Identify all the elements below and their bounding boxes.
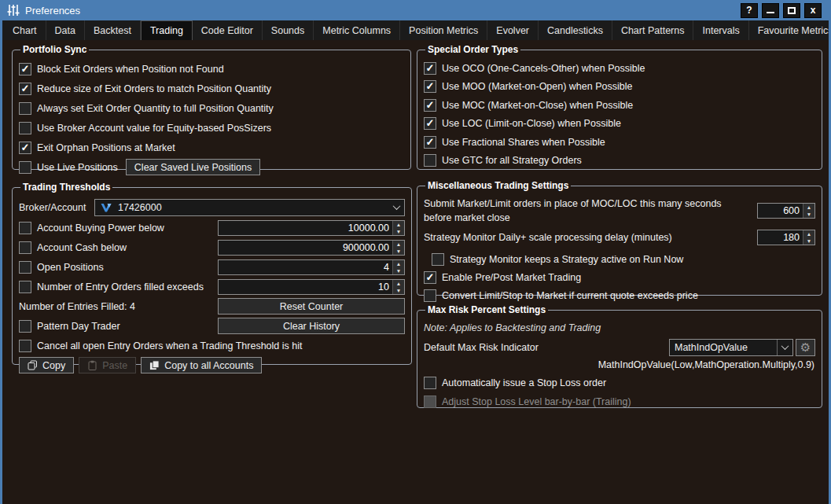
- checkbox[interactable]: [19, 122, 31, 134]
- checkbox[interactable]: ✓: [424, 80, 436, 93]
- check-row-loc[interactable]: ✓ Use LOC (Limit-on-Close) when Possible: [424, 115, 815, 134]
- checkbox[interactable]: [19, 241, 31, 254]
- checkbox[interactable]: [19, 261, 31, 274]
- portfolio-sync-group: Portfolio Sync ✓ Block Exit Orders when …: [12, 44, 411, 170]
- tab-sounds[interactable]: Sounds: [263, 20, 314, 40]
- check-row-oco[interactable]: ✓ Use OCO (One-Cancels-Other) when Possi…: [424, 59, 815, 78]
- tab-chart[interactable]: Chart: [4, 20, 46, 40]
- special-order-types-group: Special Order Types ✓ Use OCO (One-Cance…: [417, 44, 822, 170]
- check-row-convert-limit-stop[interactable]: Convert Limit/Stop to Market if current …: [424, 286, 815, 304]
- spin-up-button[interactable]: ▲: [393, 241, 404, 248]
- processing-delay-input[interactable]: [758, 230, 803, 245]
- tab-favourite-metrics[interactable]: Favourite Metrics: [749, 20, 831, 40]
- tab-intervals[interactable]: Intervals: [693, 20, 748, 40]
- checkbox[interactable]: [424, 377, 436, 389]
- check-row-moo[interactable]: ✓ Use MOO (Market-on-Open) when Possible: [424, 78, 815, 97]
- spin-up-button[interactable]: ▲: [393, 221, 404, 228]
- copy-to-all-accounts-button[interactable]: Copy to all Accounts: [141, 357, 262, 373]
- spin-up-button[interactable]: ▲: [803, 230, 814, 237]
- chevron-down-button[interactable]: [777, 340, 792, 355]
- close-button[interactable]: x: [804, 3, 822, 18]
- tab-candlesticks[interactable]: Candlesticks: [539, 20, 612, 40]
- processing-delay-spinner: ▲▼: [757, 230, 815, 245]
- tab-chart-patterns[interactable]: Chart Patterns: [612, 20, 694, 40]
- check-row-gtc[interactable]: Use GTC for all Strategy Orders: [424, 152, 815, 171]
- checkbox[interactable]: ✓: [424, 117, 436, 130]
- check-row-use-live-positions[interactable]: Use Live Positions Clear Saved Live Posi…: [19, 157, 404, 177]
- entries-filled-text: Number of Entries Filled: 4: [19, 301, 135, 312]
- buying-power-spinner: ▲▼: [218, 220, 405, 236]
- entry-orders-input[interactable]: [219, 280, 392, 294]
- checkbox[interactable]: [19, 102, 31, 115]
- titlebar: Preferences ? x: [0, 0, 831, 20]
- tab-metric-columns[interactable]: Metric Columns: [314, 20, 400, 40]
- checkbox[interactable]: [19, 222, 31, 234]
- spin-down-button[interactable]: ▼: [393, 248, 404, 255]
- broker-account-select[interactable]: 17426000: [94, 199, 405, 216]
- spin-down-button[interactable]: ▼: [393, 287, 404, 294]
- checkbox[interactable]: ✓: [19, 63, 31, 75]
- clear-saved-live-positions-button[interactable]: Clear Saved Live Positions: [126, 159, 260, 175]
- tab-evolver[interactable]: Evolver: [487, 20, 539, 40]
- check-row-auto-stop-loss[interactable]: Automatically issue a Stop Loss order: [424, 373, 815, 392]
- checkbox[interactable]: ✓: [424, 62, 436, 75]
- tab-backtest[interactable]: Backtest: [85, 20, 141, 40]
- spin-up-button[interactable]: ▲: [803, 204, 814, 211]
- checkbox[interactable]: ✓: [424, 271, 436, 284]
- spin-down-button[interactable]: ▼: [393, 267, 404, 274]
- checkbox[interactable]: [432, 253, 444, 266]
- cancel-all-entry-orders-row[interactable]: Cancel all open Entry Orders when a Trad…: [19, 336, 405, 355]
- minimize-button[interactable]: [762, 3, 779, 18]
- checkbox[interactable]: ✓: [19, 142, 31, 154]
- threshold-row-open-positions: Open Positions ▲▼: [19, 257, 405, 277]
- cash-input[interactable]: [219, 241, 392, 255]
- processing-delay-row: Strategy Monitor Daily+ scale processing…: [424, 230, 815, 245]
- checkbox[interactable]: ✓: [424, 99, 436, 112]
- clear-history-button[interactable]: Clear History: [218, 318, 405, 334]
- checkbox[interactable]: [19, 320, 31, 333]
- copy-all-icon: [149, 360, 160, 370]
- spin-down-button[interactable]: ▼: [393, 228, 404, 235]
- check-row-reduce-exit-size[interactable]: ✓ Reduce size of Exit Orders to match Po…: [19, 79, 404, 98]
- checkbox[interactable]: [424, 395, 436, 408]
- reset-counter-button[interactable]: Reset Counter: [218, 298, 405, 315]
- spin-up-button[interactable]: ▲: [393, 260, 404, 267]
- check-row-strategy-monitor-active[interactable]: Strategy Monitor keeps a Strategy active…: [424, 250, 815, 268]
- spin-down-button[interactable]: ▼: [803, 237, 814, 245]
- checkbox[interactable]: [19, 340, 31, 352]
- check-row-broker-account-value[interactable]: Use Broker Account value for Equity-base…: [19, 118, 404, 138]
- help-button[interactable]: ?: [741, 3, 758, 18]
- group-title: Miscellaneous Trading Settings: [425, 180, 571, 191]
- minimize-icon: [767, 12, 774, 13]
- check-row-fractional-shares[interactable]: ✓ Use Fractional Shares when Possible: [424, 133, 815, 152]
- tab-position-metrics[interactable]: Position Metrics: [400, 20, 487, 40]
- tab-trading[interactable]: Trading: [141, 20, 193, 40]
- moc-loc-seconds-row: Submit Market/Limit orders in place of M…: [424, 197, 815, 225]
- tab-data[interactable]: Data: [46, 20, 85, 40]
- checkbox[interactable]: [424, 154, 436, 167]
- checkbox[interactable]: ✓: [424, 136, 436, 149]
- spin-up-button[interactable]: ▲: [393, 280, 404, 287]
- check-row-trailing-stop-loss[interactable]: Adjust Stop Loss Level bar-by-bar (Trail…: [424, 392, 815, 411]
- checkbox[interactable]: [19, 281, 31, 293]
- check-row-full-position-quantity[interactable]: Always set Exit Order Quantity to full P…: [19, 98, 404, 118]
- open-positions-input[interactable]: [219, 260, 392, 274]
- check-row-block-exit-orders[interactable]: ✓ Block Exit Orders when Position not Fo…: [19, 59, 404, 79]
- check-row-pre-post-market[interactable]: ✓ Enable Pre/Post Market Trading: [424, 268, 815, 286]
- copy-button[interactable]: Copy: [19, 357, 74, 373]
- moc-loc-seconds-input[interactable]: [758, 204, 803, 218]
- check-row-moc[interactable]: ✓ Use MOC (Market-on-Close) when Possibl…: [424, 96, 815, 115]
- spin-down-button[interactable]: ▼: [803, 211, 814, 218]
- check-row-exit-orphan-positions[interactable]: ✓ Exit Orphan Positions at Market: [19, 138, 404, 157]
- checkbox[interactable]: [424, 289, 436, 302]
- max-risk-indicator-select[interactable]: MathIndOpValue: [669, 339, 793, 356]
- indicator-settings-button[interactable]: ⚙: [796, 339, 815, 356]
- max-risk-percent-group: Max Risk Percent Settings Note: Applies …: [417, 304, 822, 408]
- entry-orders-spinner: ▲▼: [218, 279, 405, 295]
- buying-power-input[interactable]: [219, 221, 392, 235]
- maximize-button[interactable]: [783, 3, 800, 18]
- paste-button[interactable]: Paste: [79, 357, 136, 373]
- tab-code-editor[interactable]: Code Editor: [193, 20, 263, 40]
- checkbox[interactable]: ✓: [19, 83, 31, 95]
- checkbox[interactable]: [19, 161, 31, 174]
